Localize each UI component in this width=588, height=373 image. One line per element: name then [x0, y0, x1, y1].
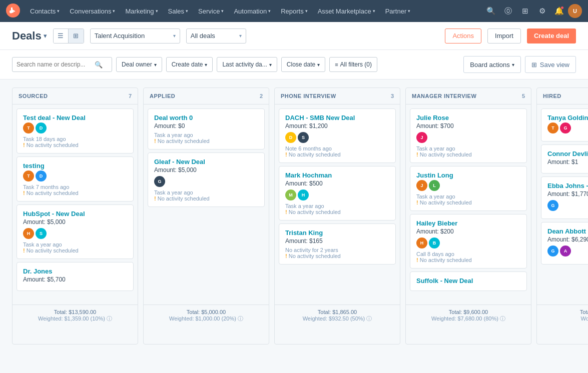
pipeline-select[interactable]: Talent Acquisition ▾ — [90, 28, 180, 44]
apps-icon[interactable]: ⊞ — [517, 3, 533, 19]
deal-card[interactable]: Hailey Bieber Amount: $200 HB Call 8 day… — [410, 214, 527, 268]
deal-name: Dean Abbott — [547, 228, 588, 235]
nav-chevron: ▾ — [221, 8, 224, 14]
deal-card[interactable]: Dr. Jones Amount: $5,700 — [17, 262, 134, 291]
avatar: G — [547, 200, 558, 211]
notifications-icon[interactable]: 🔔 — [551, 3, 567, 19]
all-filters-button[interactable]: ≡ All filters (0) — [329, 57, 377, 72]
col-weighted: Won (100%) ⓘ — [543, 315, 588, 322]
deal-no-activity: ! No activity scheduled — [285, 253, 389, 259]
board-column-sourced: SOURCED 7 Test deal - New Deal TD Task 1… — [12, 88, 138, 344]
nav-label: Marketing — [125, 8, 154, 15]
info-icon[interactable]: ⓘ — [107, 316, 112, 322]
deal-card[interactable]: Tristan King Amount: $165 No activity fo… — [279, 224, 396, 264]
nav-item-conversations[interactable]: Conversations▾ — [65, 0, 120, 22]
deal-card[interactable]: Mark Hochman Amount: $500 MH Task a year… — [279, 166, 396, 220]
deal-card[interactable]: Deal worth 0 Amount: $0 Task a year ago … — [148, 108, 265, 150]
nav-label: Automation — [234, 8, 267, 15]
avatar: H — [298, 190, 309, 200]
deal-card[interactable]: Dean Abbott Amount: $6,290 GA — [541, 222, 588, 264]
settings-icon[interactable]: ⚙ — [534, 3, 550, 19]
save-view-button[interactable]: ⊞ Save view — [525, 56, 576, 73]
nav-item-automation[interactable]: Automation▾ — [229, 0, 276, 22]
filter-select[interactable]: All deals ▾ — [186, 28, 246, 44]
last-activity-filter[interactable]: Last activity da... ▾ — [217, 57, 277, 72]
deal-amount: Amount: $5,000 — [154, 166, 258, 174]
import-button[interactable]: Import — [487, 28, 521, 44]
info-icon[interactable]: ⓘ — [366, 316, 372, 322]
nav-item-reports[interactable]: Reports▾ — [276, 0, 313, 22]
deal-no-activity: ! No activity scheduled — [285, 152, 389, 158]
nav-chevron: ▾ — [186, 8, 188, 14]
deal-amount: Amount: $0 — [154, 122, 258, 130]
search-input[interactable] — [17, 61, 92, 68]
deal-card[interactable]: Justin Long JL Task a year ago ! No acti… — [410, 166, 527, 211]
nav-item-service[interactable]: Service▾ — [193, 0, 229, 22]
deal-card[interactable]: Test deal - New Deal TD Task 18 days ago… — [17, 108, 134, 154]
nav-item-asset-marketplace[interactable]: Asset Marketplace▾ — [313, 0, 380, 22]
help-icon[interactable]: ⓪ — [500, 3, 516, 19]
col-footer-sourced: Total: $13,590.00 Weighted: $1,359.00 (1… — [13, 304, 138, 326]
deal-name: Mark Hochman — [285, 172, 389, 179]
nav-item-partner[interactable]: Partner▾ — [380, 0, 416, 22]
page-title-chevron[interactable]: ▾ — [44, 32, 47, 40]
deal-name: Suffolk - New Deal — [416, 277, 520, 284]
avatar: D — [36, 122, 47, 134]
board-view-btn[interactable]: ⊞ — [69, 29, 84, 43]
nav-item-sales[interactable]: Sales▾ — [163, 0, 194, 22]
board-column-hired: HIRED 4 Tanya Golding TG Connor Devlin A… — [536, 88, 588, 344]
deal-card[interactable]: Ebba Johns - New Deal Amount: $1,770 G — [541, 176, 588, 219]
deal-card[interactable]: testing TD Task 7 months ago ! No activi… — [17, 156, 134, 202]
deal-no-activity: ! No activity scheduled — [23, 190, 127, 196]
col-weighted: Weighted: $1,359.00 (10%) ⓘ — [19, 315, 132, 322]
deal-card[interactable]: Tanya Golding TG — [541, 108, 588, 142]
hubspot-logo[interactable] — [6, 4, 20, 19]
col-footer-applied: Total: $5,000.00 Weighted: $1,000.00 (20… — [144, 304, 269, 326]
close-date-filter[interactable]: Close date ▾ — [281, 57, 325, 72]
board-actions-button[interactable]: Board actions ▾ — [463, 56, 521, 73]
deal-amount: Amount: $5,700 — [23, 276, 127, 283]
nav-chevron: ▾ — [268, 8, 271, 14]
deal-meta: Call 8 days ago — [416, 251, 520, 257]
nav-label: Reports — [281, 8, 304, 15]
info-icon[interactable]: ⓘ — [238, 316, 243, 322]
deal-card[interactable]: Suffolk - New Deal — [410, 272, 527, 291]
list-view-btn[interactable]: ☰ — [54, 29, 69, 43]
avatar: D — [36, 170, 47, 182]
page-title: Deals — [12, 30, 42, 42]
deal-card[interactable]: HubSpot - New Deal Amount: $5,000 HS Tas… — [17, 204, 134, 259]
deal-owner-filter[interactable]: Deal owner ▾ — [116, 57, 162, 72]
top-nav: Contacts▾Conversations▾Marketing▾Sales▾S… — [0, 0, 588, 22]
deal-name: Julie Rose — [416, 114, 520, 122]
search-box[interactable]: 🔍 — [12, 57, 112, 72]
col-header-manager-interview: MANAGER INTERVIEW 5 — [406, 88, 531, 104]
col-count: 2 — [260, 93, 263, 99]
col-footer-manager-interview: Total: $9,600.00 Weighted: $7,680.00 (80… — [406, 304, 531, 326]
deal-name: Deal worth 0 — [154, 114, 258, 122]
deal-name: DACH - SMB New Deal — [285, 114, 389, 122]
deal-card[interactable]: Julie Rose Amount: $700 J Task a year ag… — [410, 108, 527, 163]
info-icon[interactable]: ⓘ — [500, 316, 505, 322]
col-total: Total: $1,865.00 — [281, 309, 394, 315]
nav-label: Sales — [168, 8, 185, 15]
create-deal-button[interactable]: Create deal — [527, 28, 576, 44]
nav-item-contacts[interactable]: Contacts▾ — [25, 0, 65, 22]
deal-meta: Task 18 days ago — [23, 136, 127, 142]
deal-meta: Note 6 months ago — [285, 146, 389, 152]
create-date-filter[interactable]: Create date ▾ — [166, 57, 213, 72]
col-cards-sourced: Test deal - New Deal TD Task 18 days ago… — [13, 104, 138, 304]
deal-card[interactable]: DACH - SMB New Deal Amount: $1,200 DS No… — [279, 108, 396, 163]
search-nav-icon[interactable]: 🔍 — [483, 3, 499, 19]
deal-no-activity: ! No activity scheduled — [154, 196, 258, 202]
deal-name: Ebba Johns - New Deal — [547, 182, 588, 190]
deal-card[interactable]: Connor Devlin Amount: $1 — [541, 144, 588, 174]
deal-card[interactable]: Gleaf - New Deal Amount: $5,000 G Task a… — [148, 152, 265, 207]
user-avatar[interactable]: U — [568, 4, 582, 18]
deal-name: Test deal - New Deal — [23, 114, 127, 122]
nav-item-marketing[interactable]: Marketing▾ — [120, 0, 163, 22]
col-footer-hired: Total: $8,061.00 Won (100%) ⓘ — [537, 304, 588, 326]
col-title: APPLIED — [150, 93, 175, 99]
deal-amount: Amount: $200 — [416, 228, 520, 235]
col-cards-hired: Tanya Golding TG Connor Devlin Amount: $… — [537, 104, 588, 304]
actions-button[interactable]: Actions — [445, 28, 481, 44]
